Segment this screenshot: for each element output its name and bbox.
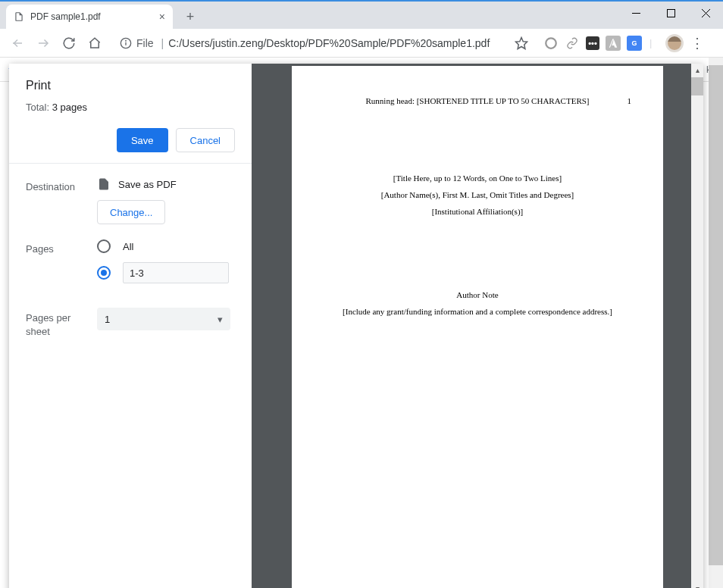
back-button[interactable] (6, 32, 29, 55)
extension-icons: ••• G (543, 36, 642, 51)
extension-icon-1[interactable] (543, 36, 559, 51)
reload-button[interactable] (58, 32, 80, 55)
minimize-icon (632, 13, 640, 14)
avatar-icon (668, 36, 681, 50)
pdf-file-icon (97, 177, 111, 191)
dialog-button-row: Save Cancel (26, 128, 235, 152)
preview-author-note-body: [Include any grant/funding information a… (319, 307, 636, 316)
pages-all-radio[interactable] (97, 239, 111, 253)
svg-marker-9 (516, 37, 527, 48)
circle-icon (544, 36, 558, 50)
tab-close-icon[interactable]: × (159, 11, 165, 23)
link-icon (566, 37, 578, 49)
divider (9, 163, 252, 164)
url-path: C:/Users/justin.zeng/Desktop/PDF%20Sampl… (168, 37, 490, 49)
print-sidebar: Print Total: 3 pages Save Cancel Destina… (9, 64, 252, 588)
translate-icon: G (631, 39, 637, 47)
window-close-button[interactable] (688, 2, 723, 24)
info-icon (120, 37, 132, 49)
destination-value-line: Save as PDF (97, 177, 235, 191)
page-vertical-scrollbar[interactable] (709, 58, 723, 588)
svg-rect-1 (667, 9, 674, 17)
pages-per-sheet-row: Pages per sheet 1 ▾ (26, 308, 235, 339)
url-scheme-label: File (136, 37, 154, 49)
preview-running-head: Running head: [SHORTENED TITLE UP TO 50 … (319, 96, 636, 105)
extension-icon-2[interactable] (565, 36, 580, 51)
scrollbar-thumb[interactable] (709, 65, 723, 565)
forward-button[interactable] (32, 32, 55, 55)
pages-row: Pages All (26, 239, 235, 292)
arrow-right-icon (36, 36, 50, 50)
browser-menu-button[interactable]: ⋮ (687, 35, 708, 52)
window-maximize-button[interactable] (653, 2, 688, 24)
pages-range-input[interactable] (123, 262, 229, 283)
pages-per-sheet-value: 1 (105, 314, 110, 325)
tab-title: PDF sample1.pdf (30, 11, 101, 22)
print-total-label: Total: (26, 102, 52, 113)
address-bar[interactable]: File | C:/Users/justin.zeng/Desktop/PDF%… (114, 33, 534, 54)
content-area: Print Total: 3 pages Save Cancel Destina… (0, 58, 723, 588)
adobe-icon (608, 38, 618, 48)
change-destination-button[interactable]: Change... (97, 200, 165, 224)
preview-page-number: 1 (628, 96, 632, 105)
print-total-count: 3 pages (52, 102, 87, 113)
extension-icon-5[interactable]: G (627, 36, 642, 51)
window-minimize-button[interactable] (618, 2, 653, 24)
browser-tab[interactable]: PDF sample1.pdf × (6, 5, 173, 29)
new-tab-button[interactable]: + (180, 7, 200, 27)
reload-icon (62, 36, 76, 50)
tab-strip: PDF sample1.pdf × + (0, 2, 723, 29)
pages-range-radio[interactable] (97, 266, 111, 280)
print-dialog: Print Total: 3 pages Save Cancel Destina… (9, 64, 703, 588)
print-total-line: Total: 3 pages (26, 102, 235, 113)
bookmark-star-icon[interactable] (515, 36, 528, 50)
url-separator: | (161, 37, 164, 49)
pages-per-sheet-label: Pages per sheet (26, 308, 97, 339)
pages-label: Pages (26, 239, 97, 255)
destination-row: Destination Save as PDF Change... (26, 177, 235, 224)
preview-author-note-heading: Author Note (319, 290, 636, 299)
destination-value: Save as PDF (118, 179, 177, 190)
pages-per-sheet-select[interactable]: 1 ▾ (97, 308, 230, 330)
close-icon (702, 9, 710, 17)
cancel-button-label: Cancel (190, 135, 221, 146)
preview-title-line: [Title Here, up to 12 Words, on One to T… (319, 174, 636, 183)
save-button[interactable]: Save (117, 128, 168, 152)
arrow-left-icon (11, 36, 24, 50)
destination-label: Destination (26, 177, 97, 192)
preview-affiliation-line: [Institutional Affiliation(s)] (319, 207, 636, 216)
save-button-label: Save (131, 135, 154, 146)
pages-all-label: All (123, 241, 133, 252)
svg-point-8 (126, 40, 127, 41)
caret-down-icon: ▾ (218, 314, 223, 325)
change-button-label: Change... (110, 207, 152, 218)
cancel-button[interactable]: Cancel (176, 128, 235, 152)
preview-author-line: [Author Name(s), First M. Last, Omit Tit… (319, 190, 636, 199)
home-button[interactable] (83, 32, 106, 55)
print-dialog-title: Print (26, 79, 235, 92)
preview-vertical-scrollbar[interactable]: ▴ ▾ (691, 64, 703, 588)
home-icon (88, 36, 102, 50)
page-icon (14, 11, 24, 22)
print-preview-pane: Running head: [SHORTENED TITLE UP TO 50 … (252, 64, 703, 588)
maximize-icon (667, 9, 675, 17)
scroll-up-icon: ▴ (691, 64, 703, 76)
toolbar-divider: | (649, 37, 652, 48)
scroll-down-icon: ▾ (691, 582, 703, 588)
extension-icon-3[interactable]: ••• (586, 36, 599, 50)
svg-rect-0 (632, 13, 640, 14)
extension-icon-4[interactable] (606, 36, 621, 51)
profile-avatar[interactable] (665, 34, 684, 52)
preview-page-1: Running head: [SHORTENED TITLE UP TO 50 … (292, 66, 663, 588)
svg-point-10 (546, 38, 556, 48)
browser-toolbar: File | C:/Users/justin.zeng/Desktop/PDF%… (0, 29, 723, 58)
preview-scrollbar-thumb[interactable] (691, 77, 703, 95)
